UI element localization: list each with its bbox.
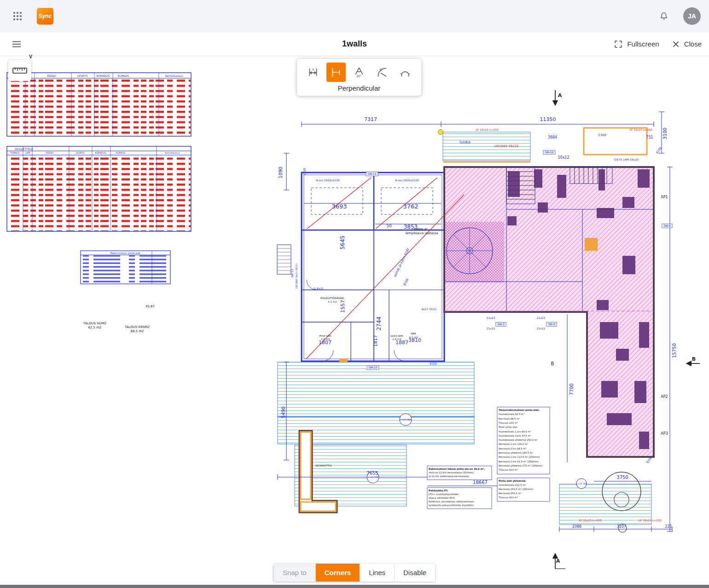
radius-dimension-icon: R [376, 66, 388, 78]
perpendicular-dimension-tool[interactable] [326, 63, 346, 82]
svg-text:KLMAUS: KLMAUS [118, 74, 129, 77]
svg-text:SM-11: SM-11 [368, 172, 377, 175]
svg-text:1817: 1817 [373, 335, 378, 346]
svg-text:lämpökaivo laatassa: lämpökaivo laatassa [405, 231, 438, 235]
svg-text:AP2: AP2 [661, 395, 668, 399]
document-toolbar: 1walls Fullscreen Close [0, 32, 709, 56]
svg-text:Huoneistoala 62.5 m²: Huoneistoala 62.5 m² [499, 413, 524, 415]
svg-text:mikä on 12.6% kerrosalasta (25: mikä on 12.6% kerrosalasta (250mm) [429, 471, 474, 474]
ruler-badge: V [29, 54, 32, 59]
svg-text:A: A [556, 558, 560, 564]
svg-text:1557: 1557 [340, 300, 346, 313]
active-tool-label: Perpendicular [303, 84, 415, 92]
svg-text:A: A [558, 92, 562, 98]
svg-text:B: B [692, 356, 696, 362]
svg-text:EI30: EI30 [403, 278, 409, 286]
page-title: 1walls [342, 39, 367, 49]
svg-text:SM-10: SM-10 [545, 150, 554, 154]
svg-text:50: 50 [386, 224, 392, 228]
close-button[interactable]: Close [672, 40, 702, 48]
svg-text:751: 751 [646, 135, 653, 139]
avatar[interactable]: JA [683, 7, 701, 25]
svg-text:VAR: VAR [411, 332, 416, 335]
svg-text:SM-4: SM-4 [548, 323, 555, 326]
svg-text:2.6 m2: 2.6 m2 [321, 338, 330, 340]
radius-dimension-tool[interactable]: R [372, 63, 392, 82]
menu-hamburger-icon[interactable] [7, 35, 26, 53]
svg-text:21x23: 21x23 [537, 316, 546, 319]
svg-text:2744: 2744 [376, 317, 382, 331]
svg-text:Huoneistoala 212.5 m²: Huoneistoala 212.5 m² [499, 484, 526, 486]
svg-text:Kerrosala yhteensä 185.5 m²: Kerrosala yhteensä 185.5 m² [499, 451, 533, 455]
measure-tool-button[interactable]: V [8, 60, 31, 81]
svg-text:SM-3: SM-3 [498, 323, 505, 326]
svg-text:Kerrosala 2.krs 61.5 m² (250mm: Kerrosala 2.krs 61.5 m² (250mm) [499, 460, 538, 463]
svg-text:ULKO VAR.: ULKO VAR. [390, 334, 403, 337]
svg-text:9x21 (E15): 9x21 (E15) [421, 307, 436, 311]
svg-text:1090: 1090 [278, 167, 283, 178]
svg-text:5.1 m2: 5.1 m2 [328, 300, 337, 303]
svg-text:Huoneistoala 1.krs 95.5 m²: Huoneistoala 1.krs 95.5 m² [499, 430, 531, 433]
svg-text:SM-13: SM-13 [291, 269, 294, 277]
svg-text:Huoneistoala yhteensä 150.0 m²: Huoneistoala yhteensä 150.0 m² [499, 438, 538, 442]
svg-text:luiska: luiska [459, 140, 470, 144]
door-schedule-table [7, 146, 191, 231]
angle-dimension-tool[interactable]: 60° [349, 63, 369, 82]
avatar-initials: JA [688, 12, 696, 20]
svg-text:3693: 3693 [331, 203, 347, 210]
apps-grid-icon[interactable] [8, 7, 27, 25]
svg-text:UO1005 16x23: UO1005 16x23 [494, 144, 519, 148]
svg-text:a: a [312, 67, 314, 71]
svg-text:seinät ja katto EI30: seinät ja katto EI30 [393, 248, 410, 277]
svg-text:5490: 5490 [281, 406, 286, 418]
arc-dimension-tool[interactable] [395, 63, 415, 82]
svg-text:Talon pinta-alat:: Talon pinta-alat: [498, 426, 518, 429]
snap-disable-button[interactable]: Disable [394, 564, 435, 582]
perpendicular-dimension-icon [330, 66, 342, 78]
svg-text:kytketyillä palovaroittimilla: kytketyillä palovaroittimilla 1kpl/60m² [429, 504, 474, 507]
red-diagonals [306, 178, 464, 359]
svg-text:Kerrosala 1.krs 119.0 m²: Kerrosala 1.krs 119.0 m² [499, 443, 528, 445]
svg-text:LÄMMIN AT: LÄMMIN AT [412, 227, 428, 231]
svg-text:Rakennus varustetaan sähköverk: Rakennus varustetaan sähköverkkoon [429, 500, 474, 503]
sync-logo[interactable]: Sync [37, 8, 53, 24]
notifications-bell-icon[interactable] [655, 7, 673, 25]
svg-text:45.87: 45.87 [145, 305, 155, 308]
angle-dimension-icon: 60° [353, 66, 365, 78]
sync-logo-text: Sync [39, 13, 52, 19]
svg-text:LP 15x15 L+200: LP 15x15 L+200 [476, 128, 499, 131]
svg-text:SM-8: SM-8 [664, 224, 671, 227]
svg-text:15750: 15750 [672, 343, 677, 358]
svg-text:Kerrostasous: Kerrostasous [165, 74, 183, 77]
aligned-dimension-tool[interactable]: a [303, 63, 323, 82]
svg-text:LTO:n vuosihyötysuhteen: LTO:n vuosihyötysuhteen [429, 493, 459, 496]
svg-text:EI30: EI30 [430, 362, 436, 366]
svg-text:21x23: 21x23 [487, 316, 495, 319]
svg-text:7700: 7700 [569, 383, 574, 395]
fullscreen-icon [614, 40, 622, 48]
snap-lines-button[interactable]: Lines [360, 564, 394, 582]
svg-text:Kerrostasous: Kerrostasous [165, 151, 180, 154]
garage-wing [302, 173, 444, 361]
svg-text:Kerrosala 2.krs 66.5 m²: Kerrosala 2.krs 66.5 m² [499, 447, 527, 450]
snap-corners-button[interactable]: Corners [315, 564, 360, 582]
svg-text:N-ovi 2500x2100: N-ovi 2500x2100 [395, 179, 419, 182]
svg-text:LP 15x15 L+200: LP 15x15 L+200 [579, 519, 602, 522]
svg-text:68.5 m2: 68.5 m2 [130, 329, 144, 333]
svg-text:AP3: AP3 [661, 432, 668, 436]
svg-text:Kerrosala yhteensä 175 m² (250: Kerrosala yhteensä 175 m² (250mm) [499, 464, 543, 467]
app-bar: Sync JA [0, 0, 709, 32]
snap-to-label: Snap to [274, 564, 315, 582]
bottom-edge-strip [0, 585, 709, 588]
svg-text:N-ovi 2500x2100: N-ovi 2500x2100 [316, 179, 340, 182]
svg-text:TALOUS HUM2: TALOUS HUM2 [83, 322, 106, 325]
aligned-dimension-icon: a [307, 66, 319, 78]
svg-text:11350: 11350 [540, 116, 556, 122]
svg-text:Rakennuksen pinta-alat: Rakennuksen pinta-alat [110, 252, 140, 255]
svg-text:Kerrosala 243.5 m² (250mm): Kerrosala 243.5 m² (250mm) [499, 488, 533, 490]
spiral-staircase [447, 228, 493, 274]
svg-text:Pinta-alat yhteensä:: Pinta-alat yhteensä: [499, 479, 526, 483]
fullscreen-button[interactable]: Fullscreen [614, 40, 659, 48]
ruler-icon [12, 65, 28, 76]
svg-text:21x12: 21x12 [537, 327, 546, 330]
